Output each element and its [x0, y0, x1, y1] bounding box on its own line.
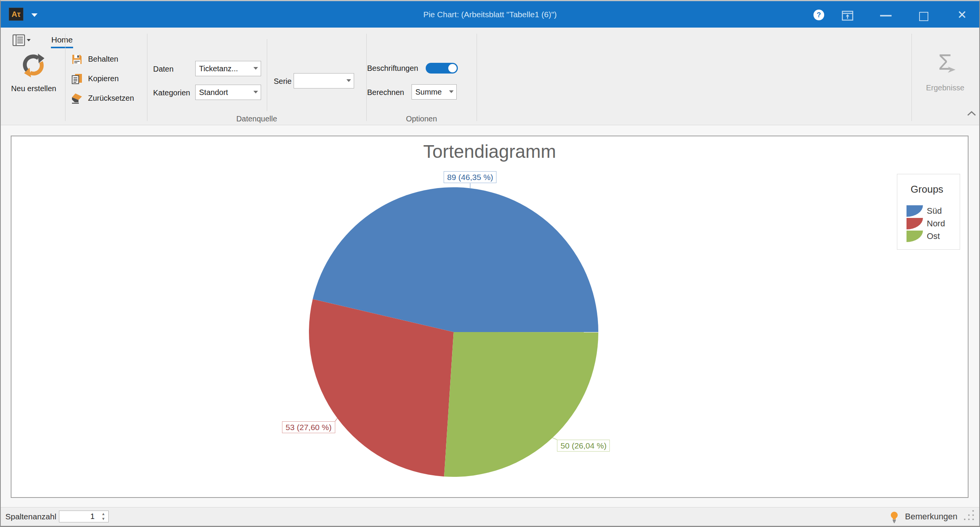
sigma-arrow-icon	[947, 66, 960, 76]
legend-label-nord: Nord	[927, 218, 945, 229]
legend-label-ost: Ost	[927, 231, 940, 242]
save-icon	[71, 54, 83, 65]
serie-combobox[interactable]	[294, 73, 354, 88]
title-bar: Aτ Pie Chart: (Arbeitsblatt "Tabelle1 (6…	[1, 1, 979, 28]
serie-value	[297, 74, 343, 88]
maximize-button[interactable]	[919, 12, 928, 21]
window-title: Pie Chart: (Arbeitsblatt "Tabelle1 (6)")	[1, 1, 979, 28]
chart-legend: Groups Süd Nord Ost	[897, 174, 960, 250]
separator	[65, 34, 65, 121]
legend-title: Groups	[897, 183, 957, 195]
separator	[147, 34, 147, 121]
legend-swatch-ost	[906, 231, 923, 242]
legend-swatch-sued	[906, 205, 923, 217]
app-window: Aτ Pie Chart: (Arbeitsblatt "Tabelle1 (6…	[0, 0, 980, 527]
behalten-label: Behalten	[88, 53, 118, 65]
kategorien-label: Kategorien	[153, 85, 190, 100]
daten-combobox[interactable]: Ticketanz...	[195, 61, 261, 76]
chevron-down-icon	[253, 91, 258, 93]
label-connector	[552, 438, 557, 440]
neu-erstellen-label: Neu erstellen	[5, 84, 63, 93]
pie-slice-ost[interactable]	[444, 332, 598, 477]
legend-swatch-nord	[906, 218, 923, 229]
daten-value: Ticketanz...	[199, 61, 250, 76]
ergebnisse-label: Ergebnisse	[916, 83, 974, 92]
kategorien-value: Standort	[199, 85, 250, 100]
neu-erstellen-button[interactable]: Neu erstellen	[5, 51, 63, 99]
group-label-optionen: Optionen	[366, 115, 477, 123]
separator	[911, 34, 912, 121]
legend-label-sued: Süd	[927, 205, 942, 217]
tab-home[interactable]: Home	[51, 35, 73, 48]
help-button[interactable]: ?	[813, 10, 824, 20]
chevron-down-icon	[253, 67, 258, 70]
spaltenanzahl-spinner[interactable]: 1 ▲ ▼	[59, 511, 109, 522]
separator	[366, 34, 367, 121]
separator	[267, 39, 267, 111]
label-connector	[335, 418, 337, 421]
chart-title: Tortendiagramm	[11, 141, 968, 162]
copy-icon	[71, 73, 83, 85]
toggle-knob	[448, 64, 457, 72]
eraser-icon	[71, 93, 83, 104]
content-area: Tortendiagramm 89 (46,35 %)53 (27,60 %)5…	[1, 125, 979, 509]
spinner-up-icon[interactable]: ▲	[100, 511, 106, 516]
separator	[477, 34, 477, 121]
refresh-icon	[21, 53, 46, 78]
pie-label: 50 (26,04 %)	[557, 440, 610, 452]
spaltenanzahl-value: 1	[90, 511, 95, 522]
berechnen-value: Summe	[415, 85, 446, 99]
collapse-ribbon-button[interactable]	[966, 110, 977, 118]
minimize-button[interactable]	[880, 15, 892, 16]
chevron-down-icon	[449, 90, 454, 93]
ribbon: Home Neu erstellen Behalten	[1, 28, 979, 125]
spaltenanzahl-label: Spaltenanzahl	[5, 507, 56, 526]
beschriftungen-label: Beschriftungen	[367, 62, 418, 74]
ergebnisse-button[interactable]: Σ Ergebnisse	[916, 50, 974, 98]
serie-label: Serie	[274, 74, 292, 88]
kategorien-combobox[interactable]: Standort	[195, 85, 261, 100]
kopieren-label: Kopieren	[88, 72, 119, 85]
lightbulb-icon	[890, 511, 899, 525]
zuruecksetzen-label: Zurücksetzen	[88, 92, 134, 104]
spinner-arrows[interactable]: ▲ ▼	[100, 511, 106, 522]
spinner-down-icon[interactable]: ▼	[100, 516, 106, 521]
daten-label: Daten	[153, 62, 173, 76]
pie-chart[interactable]	[11, 136, 968, 497]
berechnen-label: Berechnen	[367, 85, 404, 100]
pie-label: 89 (46,35 %)	[444, 171, 497, 183]
berechnen-combobox[interactable]: Summe	[412, 84, 457, 100]
chart-panel: Tortendiagramm 89 (46,35 %)53 (27,60 %)5…	[11, 136, 969, 498]
close-button[interactable]: ✕	[956, 8, 969, 21]
bemerkungen-button[interactable]: Bemerkungen	[905, 507, 957, 526]
ribbon-pin-icon[interactable]	[842, 11, 853, 22]
resize-grip[interactable]	[964, 510, 977, 523]
status-bar: Spaltenanzahl 1 ▲ ▼ Bemerkungen	[1, 507, 979, 526]
chevron-down-icon	[346, 79, 351, 82]
group-label-datenquelle: Datenquelle	[147, 115, 366, 123]
pie-label: 53 (27,60 %)	[282, 421, 335, 433]
app-menu-icon[interactable]	[12, 34, 33, 46]
beschriftungen-toggle[interactable]	[426, 63, 458, 74]
